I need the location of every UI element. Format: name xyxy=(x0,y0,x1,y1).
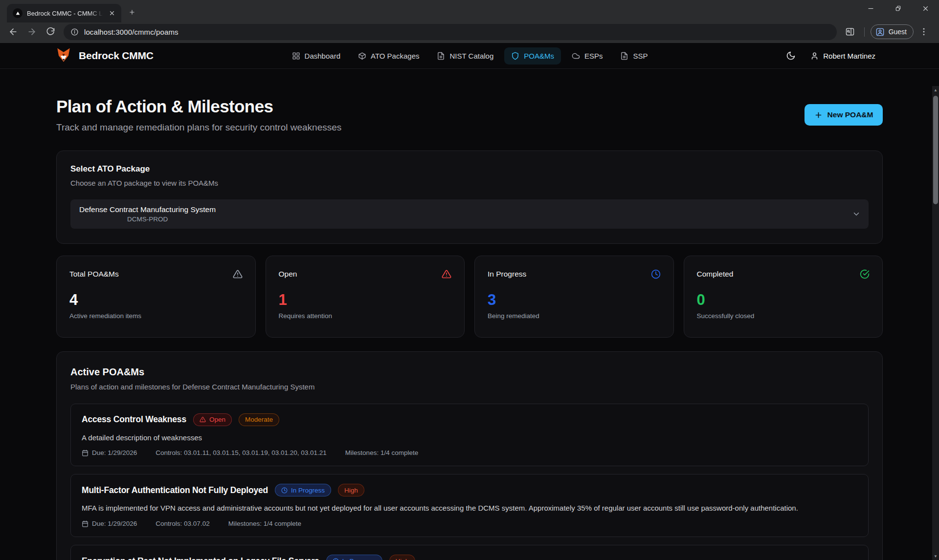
poam-milestones: Milestones: 1/4 complete xyxy=(345,449,418,456)
status-badge: In Progress xyxy=(326,555,382,560)
scrollbar-up-icon[interactable]: ▲ xyxy=(932,86,939,94)
file-text-icon xyxy=(620,52,628,60)
poam-meta: Due: 1/29/2026 Controls: 03.07.02 Milest… xyxy=(82,520,857,527)
calendar-icon xyxy=(82,450,89,456)
main-nav: Dashboard ATO Packages NIST Catalog POA&… xyxy=(154,47,786,65)
page-subtitle: Track and manage remediation plans for s… xyxy=(56,122,341,133)
poam-due: Due: 1/29/2026 xyxy=(92,520,137,527)
stats-row: Total POA&Ms 4 Active remediation items … xyxy=(56,256,883,338)
active-poams-title: Active POA&Ms xyxy=(70,366,869,378)
browser-menu-icon[interactable] xyxy=(916,23,932,40)
fox-logo-icon xyxy=(55,47,72,65)
url-text: localhost:3000/cmmc/poams xyxy=(84,28,179,36)
profile-button[interactable]: Guest xyxy=(871,24,914,39)
site-info-icon[interactable] xyxy=(70,28,79,36)
nav-item-nist-catalog[interactable]: NIST Catalog xyxy=(430,47,500,65)
browser-tab[interactable]: Bedrock CMMC - CMMC Level 2 xyxy=(7,4,121,22)
tab-title: Bedrock CMMC - CMMC Level 2 xyxy=(27,10,103,17)
close-button[interactable] xyxy=(912,0,939,17)
tab-favicon-icon xyxy=(13,8,22,18)
alert-triangle-icon xyxy=(233,269,243,279)
minimize-button[interactable] xyxy=(857,0,884,17)
active-poams-subtitle: Plans of action and milestones for Defen… xyxy=(70,383,869,391)
stat-description: Successfully closed xyxy=(697,312,870,320)
status-badge: Open xyxy=(193,413,232,426)
poam-item[interactable]: Encryption at Rest Not Implemented on Le… xyxy=(70,545,869,560)
calendar-icon xyxy=(82,520,89,527)
page-title: Plan of Action & Milestones xyxy=(56,97,341,116)
ato-package-card-subtitle: Choose an ATO package to view its POA&Ms xyxy=(70,179,869,187)
stat-description: Active remediation items xyxy=(69,312,243,320)
nav-item-poa-ms[interactable]: POA&Ms xyxy=(504,47,561,65)
theme-toggle-moon-icon[interactable] xyxy=(786,51,796,61)
alert-triangle-icon xyxy=(200,416,206,423)
scrollbar-down-icon[interactable]: ▼ xyxy=(932,552,939,560)
clock-icon xyxy=(651,269,661,279)
stat-card: Completed 0 Successfully closed xyxy=(684,256,883,338)
ato-package-card-title: Select ATO Package xyxy=(70,164,869,174)
poam-item[interactable]: Multi-Factor Authentication Not Fully De… xyxy=(70,474,869,537)
restore-button[interactable] xyxy=(884,0,912,17)
stat-card: Open 1 Requires attention xyxy=(266,256,465,338)
package-icon xyxy=(358,52,366,60)
shield-icon xyxy=(511,52,519,60)
poam-milestones: Milestones: 1/4 complete xyxy=(228,520,301,527)
brand[interactable]: Bedrock CMMC xyxy=(55,47,154,65)
poam-title: Multi-Factor Authentication Not Fully De… xyxy=(82,485,268,495)
user-menu[interactable]: Robert Martinez xyxy=(810,52,875,60)
poam-controls: Controls: 03.01.11, 03.01.15, 03.01.19, … xyxy=(156,449,327,456)
stat-value: 1 xyxy=(279,292,452,307)
side-panel-icon[interactable] xyxy=(842,23,858,40)
stat-description: Being remediated xyxy=(488,312,661,320)
ato-package-select[interactable]: Defense Contract Manufacturing System DC… xyxy=(70,199,869,229)
page-head: Plan of Action & Milestones Track and ma… xyxy=(56,97,883,133)
stat-description: Requires attention xyxy=(279,312,452,320)
nav-item-esps[interactable]: ESPs xyxy=(565,47,610,65)
new-tab-button[interactable] xyxy=(125,5,139,19)
chevron-down-icon xyxy=(852,210,861,218)
address-bar[interactable]: localhost:3000/cmmc/poams xyxy=(64,24,837,40)
nav-item-ssp[interactable]: SSP xyxy=(613,47,654,65)
selected-package-code: DCMS-PROD xyxy=(79,215,216,223)
stat-card: Total POA&Ms 4 Active remediation items xyxy=(56,256,256,338)
new-poam-button-label: New POA&M xyxy=(827,110,873,119)
severity-badge: Moderate xyxy=(239,413,279,426)
poam-controls: Controls: 03.07.02 xyxy=(156,520,209,527)
active-poams-card: Active POA&Ms Plans of action and milest… xyxy=(56,351,883,560)
page-scrollbar[interactable]: ▲ ▼ xyxy=(932,86,939,560)
status-badge: In Progress xyxy=(275,484,331,496)
back-icon[interactable] xyxy=(5,23,22,40)
plus-icon xyxy=(814,111,823,119)
page-content: Plan of Action & Milestones Track and ma… xyxy=(56,69,883,560)
browser-toolbar: localhost:3000/cmmc/poams Guest xyxy=(0,22,939,43)
profile-avatar-icon xyxy=(875,27,885,37)
window-controls xyxy=(857,0,939,17)
poam-due: Due: 1/29/2026 xyxy=(92,449,137,456)
nav-item-ato-packages[interactable]: ATO Packages xyxy=(351,47,426,65)
poam-title: Encryption at Rest Not Implemented on Le… xyxy=(82,556,319,560)
file-text-icon xyxy=(437,52,445,60)
poam-meta: Due: 1/29/2026 Controls: 03.01.11, 03.01… xyxy=(82,449,857,456)
new-poam-button[interactable]: New POA&M xyxy=(805,104,883,126)
severity-badge: High xyxy=(338,484,364,496)
app-header: Bedrock CMMC Dashboard ATO Packages NIST… xyxy=(0,43,939,69)
tab-close-icon[interactable] xyxy=(108,9,116,18)
user-icon xyxy=(810,52,819,60)
severity-badge: High xyxy=(389,555,416,560)
nav-item-dashboard[interactable]: Dashboard xyxy=(285,47,347,65)
poam-item[interactable]: Access Control Weakness Open Moderate A … xyxy=(70,404,869,467)
poam-title: Access Control Weakness xyxy=(82,414,186,425)
ato-package-card: Select ATO Package Choose an ATO package… xyxy=(56,151,883,244)
header-right: Robert Martinez xyxy=(786,51,875,61)
selected-package-name: Defense Contract Manufacturing System xyxy=(79,205,216,214)
alert-triangle-icon xyxy=(442,269,451,279)
poam-description: MFA is implemented for VPN access and ad… xyxy=(82,503,857,514)
poam-description: A detailed description of weaknesses xyxy=(82,432,857,443)
app-viewport: Bedrock CMMC Dashboard ATO Packages NIST… xyxy=(0,43,939,560)
grid-icon xyxy=(292,52,300,60)
reload-icon[interactable] xyxy=(42,23,59,40)
forward-icon[interactable] xyxy=(23,23,40,40)
poam-list: Access Control Weakness Open Moderate A … xyxy=(70,404,869,560)
stat-card: In Progress 3 Being remediated xyxy=(474,256,674,338)
scrollbar-thumb[interactable] xyxy=(933,96,938,204)
